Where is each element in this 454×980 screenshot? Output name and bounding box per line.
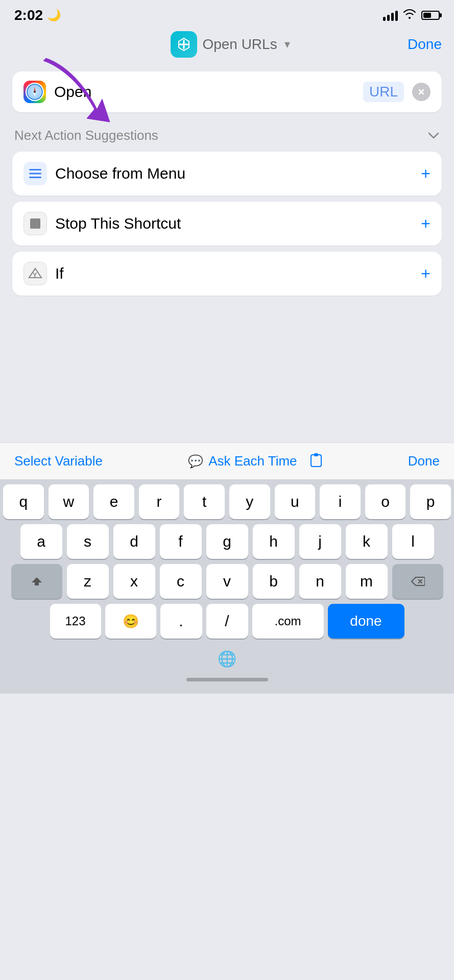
chat-icon: 💬 — [188, 454, 203, 469]
status-time: 2:02 — [14, 7, 43, 23]
key-123[interactable]: 123 — [50, 604, 101, 639]
nav-title-area: Open URLs ▾ — [171, 31, 290, 58]
svg-rect-9 — [29, 177, 41, 178]
open-url-action[interactable]: Open URL — [12, 71, 442, 112]
wifi-icon — [403, 9, 416, 22]
keyboard[interactable]: q w e r t y u i o p a s d f g h j k l z … — [0, 479, 454, 646]
key-t[interactable]: t — [184, 484, 225, 519]
toolbar-done-button[interactable]: Done — [408, 453, 440, 469]
key-slash[interactable]: / — [206, 604, 248, 639]
svg-point-6 — [34, 91, 36, 93]
key-v[interactable]: v — [206, 564, 248, 599]
keyboard-toolbar: Select Variable 💬 Ask Each Time Done — [0, 443, 454, 479]
key-c[interactable]: c — [160, 564, 202, 599]
suggestions-chevron[interactable] — [427, 129, 440, 142]
if-icon: Y — [23, 262, 47, 285]
shortcut-icon — [171, 31, 197, 58]
key-shift[interactable] — [11, 564, 62, 599]
suggestion-choose-from-menu[interactable]: Choose from Menu + — [12, 152, 442, 195]
key-y[interactable]: y — [229, 484, 270, 519]
url-badge[interactable]: URL — [363, 82, 404, 102]
svg-text:Y: Y — [33, 271, 37, 279]
key-m[interactable]: m — [346, 564, 388, 599]
keyboard-row-4: 123 😊 . / .com done — [3, 604, 451, 639]
choose-from-menu-label: Choose from Menu — [55, 165, 413, 182]
status-icons — [383, 9, 440, 22]
suggestions-header[interactable]: Next Action Suggestions — [12, 124, 442, 152]
key-p[interactable]: p — [410, 484, 451, 519]
nav-done-button[interactable]: Done — [408, 36, 442, 52]
add-if-button[interactable]: + — [421, 264, 431, 283]
svg-rect-12 — [311, 455, 321, 467]
key-x[interactable]: x — [113, 564, 155, 599]
key-e[interactable]: e — [93, 484, 134, 519]
signal-bar-4 — [395, 11, 398, 21]
signal-bars — [383, 10, 398, 21]
key-g[interactable]: g — [206, 524, 248, 559]
key-f[interactable]: f — [160, 524, 202, 559]
suggestion-if[interactable]: Y If + — [12, 252, 442, 296]
svg-rect-7 — [29, 169, 41, 170]
toolbar-center: 💬 Ask Each Time — [188, 452, 322, 471]
signal-bar-1 — [383, 17, 386, 21]
nav-bar: Open URLs ▾ Done — [0, 28, 454, 63]
svg-rect-10 — [30, 218, 40, 229]
main-content: Open URL Next Action Suggestions Choose … — [0, 63, 454, 310]
bottom-bar — [0, 673, 454, 694]
home-indicator — [186, 678, 268, 681]
key-l[interactable]: l — [392, 524, 434, 559]
suggestion-stop-shortcut[interactable]: Stop This Shortcut + — [12, 202, 442, 246]
nav-chevron[interactable]: ▾ — [284, 38, 290, 51]
key-n[interactable]: n — [299, 564, 341, 599]
key-u[interactable]: u — [275, 484, 316, 519]
if-label: If — [55, 265, 413, 282]
key-done[interactable]: done — [328, 604, 404, 639]
nav-title: Open URLs — [202, 36, 277, 53]
add-stop-shortcut-button[interactable]: + — [421, 214, 431, 233]
key-period[interactable]: . — [160, 604, 202, 639]
safari-icon — [23, 81, 46, 103]
key-i[interactable]: i — [320, 484, 361, 519]
clear-button[interactable] — [412, 83, 431, 101]
status-bar: 2:02 🌙 — [0, 0, 454, 28]
globe-row: 🌐 — [0, 646, 454, 673]
key-d[interactable]: d — [113, 524, 155, 559]
content-spacer — [0, 310, 454, 443]
open-label: Open — [54, 83, 355, 101]
key-k[interactable]: k — [346, 524, 388, 559]
keyboard-row-3: z x c v b n m — [3, 564, 451, 599]
key-emoji[interactable]: 😊 — [105, 604, 156, 639]
keyboard-row-2: a s d f g h j k l — [3, 524, 451, 559]
key-dotcom[interactable]: .com — [252, 604, 324, 639]
signal-bar-2 — [387, 15, 390, 21]
moon-icon: 🌙 — [47, 9, 61, 22]
key-o[interactable]: o — [365, 484, 406, 519]
choose-from-menu-icon — [23, 162, 47, 185]
key-backspace[interactable] — [392, 564, 443, 599]
svg-rect-13 — [314, 453, 318, 456]
select-variable-button[interactable]: Select Variable — [14, 453, 103, 469]
key-s[interactable]: s — [67, 524, 109, 559]
globe-icon[interactable]: 🌐 — [218, 650, 236, 668]
key-w[interactable]: w — [49, 484, 89, 519]
key-q[interactable]: q — [3, 484, 44, 519]
ask-each-time-button[interactable]: Ask Each Time — [208, 453, 297, 469]
keyboard-row-1: q w e r t y u i o p — [3, 484, 451, 519]
signal-bar-3 — [391, 13, 394, 21]
clipboard-icon — [309, 452, 323, 471]
stop-shortcut-icon — [23, 212, 47, 235]
key-r[interactable]: r — [139, 484, 180, 519]
key-j[interactable]: j — [299, 524, 341, 559]
battery-icon — [421, 11, 440, 20]
add-choose-from-menu-button[interactable]: + — [421, 164, 431, 183]
suggestions-title: Next Action Suggestions — [14, 128, 158, 143]
stop-shortcut-label: Stop This Shortcut — [55, 215, 413, 232]
key-z[interactable]: z — [67, 564, 109, 599]
key-b[interactable]: b — [253, 564, 295, 599]
svg-rect-8 — [29, 173, 41, 175]
key-h[interactable]: h — [253, 524, 295, 559]
key-a[interactable]: a — [20, 524, 62, 559]
